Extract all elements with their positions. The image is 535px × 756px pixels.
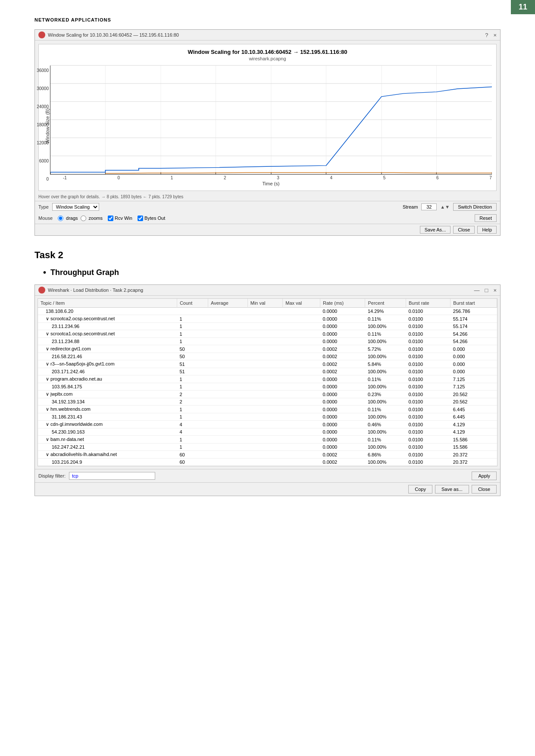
maximize-btn[interactable]: □	[485, 287, 488, 294]
cell-rate: 0.0000	[320, 323, 365, 330]
type-select[interactable]: Window Scaling	[52, 203, 99, 211]
table-row[interactable]: ∨ cdn-gl.imrworldwide.com40.00000.46%0.0…	[38, 421, 497, 428]
cell-average	[208, 444, 248, 451]
col-minval: Min val	[247, 299, 283, 308]
cell-burst-rate: 0.0100	[406, 398, 450, 406]
table-row[interactable]: 103.216.204.9600.0002100.00%0.010020.372	[38, 459, 497, 466]
apply-button[interactable]: Apply	[472, 472, 497, 480]
stream-input[interactable]	[421, 203, 437, 210]
minimize-btn[interactable]: —	[474, 287, 480, 294]
table-row[interactable]: ∨ scrootca1.ocsp.secomtrust.net10.00000.…	[38, 330, 497, 338]
cell-rate: 0.0000	[320, 330, 365, 338]
cell-percent: 100.00%	[365, 413, 406, 421]
cell-burst-rate: 0.0100	[406, 383, 450, 390]
cell-average	[208, 353, 248, 360]
cell-average	[208, 390, 248, 398]
close-button[interactable]: Close	[453, 226, 475, 234]
zooms-radio[interactable]	[81, 216, 86, 221]
cell-count: 1	[177, 323, 208, 330]
cell-burst-start: 0.000	[451, 368, 497, 375]
cell-average	[208, 315, 248, 323]
cell-percent: 14.29%	[365, 308, 406, 315]
col-average: Average	[208, 299, 248, 308]
rcv-win-checkbox[interactable]	[108, 216, 113, 221]
window-scaling-dialog: Window Scaling for 10.10.30.146:60452 — …	[34, 29, 501, 236]
cell-average	[208, 451, 248, 459]
switch-direction-button[interactable]: Switch Direction	[453, 203, 497, 211]
task2-heading: Task 2	[34, 250, 501, 261]
cell-topic: ∨ scrootca1.ocsp.secomtrust.net	[38, 330, 177, 338]
close-load-dist-btn[interactable]: ×	[493, 287, 497, 294]
cell-minval	[247, 390, 283, 398]
bytes-out-checkbox[interactable]	[138, 216, 143, 221]
cell-minval	[247, 308, 283, 315]
load-dist-footer: Copy Save as... Close	[35, 482, 500, 496]
cell-burst-start: 15.586	[451, 444, 497, 451]
cell-maxval	[283, 360, 320, 368]
table-row[interactable]: 34.192.139.13420.0000100.00%0.010020.562	[38, 398, 497, 406]
cell-maxval	[283, 330, 320, 338]
cell-minval	[247, 383, 283, 390]
help-button[interactable]: Help	[477, 226, 497, 234]
table-row[interactable]: 23.11.234.8810.0000100.00%0.010054.266	[38, 338, 497, 345]
cell-minval	[247, 330, 283, 338]
cell-topic: 23.11.234.96	[38, 323, 177, 330]
table-row[interactable]: ∨ hm.webtrends.com10.00000.11%0.01006.44…	[38, 406, 497, 413]
load-dist-dialog: Wireshark · Load Distribution · Task 2.p…	[34, 284, 501, 496]
reset-button[interactable]: Reset	[475, 214, 497, 222]
load-dist-titlebar-left: Wireshark · Load Distribution · Task 2.p…	[38, 287, 143, 294]
cell-average	[208, 398, 248, 406]
table-row[interactable]: ∨ r3---sn-5aap5ojx-jj0s.gvt1.com510.0002…	[38, 360, 497, 368]
copy-button[interactable]: Copy	[408, 485, 432, 494]
load-dist-titlebar: Wireshark · Load Distribution · Task 2.p…	[35, 285, 500, 296]
table-row[interactable]: ∨ scrootca2.ocsp.secomtrust.net10.00000.…	[38, 315, 497, 323]
y-label-18000: 18000	[37, 122, 49, 127]
load-dist-table-container[interactable]: Topic / Item Count Average Min val Max v…	[38, 298, 497, 466]
y-label-6000: 6000	[39, 159, 49, 163]
filter-row: Display filter: Apply	[35, 469, 500, 482]
table-row[interactable]: 138.108.6.200.000014.29%0.0100256.786	[38, 308, 497, 315]
cell-count: 1	[177, 383, 208, 390]
drags-radio[interactable]	[58, 216, 63, 221]
cell-percent: 100.00%	[365, 338, 406, 345]
help-question-btn[interactable]: ?	[485, 32, 488, 38]
cell-rate: 0.0000	[320, 428, 365, 436]
cell-burst-start: 20.372	[451, 451, 497, 459]
table-row[interactable]: ∨ jwpltx.com20.00000.23%0.010020.562	[38, 390, 497, 398]
cell-topic: 54.230.190.163	[38, 428, 177, 436]
chart-subtitle: wireshark.pcapng	[43, 56, 492, 61]
close-button2[interactable]: Close	[472, 485, 497, 494]
table-row[interactable]: ∨ redirector.gvt1.com500.00025.72%0.0100…	[38, 345, 497, 353]
table-row[interactable]: ∨ abcradiolivehls-lh.akamaihd.net600.000…	[38, 451, 497, 459]
cell-average	[208, 413, 248, 421]
cell-burst-rate: 0.0100	[406, 330, 450, 338]
cell-minval	[247, 338, 283, 345]
table-row[interactable]: 103.95.84.17510.0000100.00%0.01007.125	[38, 383, 497, 390]
chart-inner[interactable]: 36000 30000 24000 18000 12000	[50, 66, 492, 175]
save-as-button2[interactable]: Save as...	[435, 485, 469, 494]
table-row[interactable]: 216.58.221.46500.0002100.00%0.01000.000	[38, 353, 497, 360]
table-row[interactable]: 162.247.242.2110.0000100.00%0.010015.586	[38, 444, 497, 451]
filter-label: Display filter:	[38, 473, 66, 478]
cell-percent: 100.00%	[365, 398, 406, 406]
x-label-2: 2	[224, 175, 226, 180]
cell-topic: 216.58.221.46	[38, 353, 177, 360]
cell-count: 1	[177, 338, 208, 345]
save-as-button[interactable]: Save As...	[420, 226, 451, 234]
cell-count: 1	[177, 315, 208, 323]
table-row[interactable]: 54.230.190.16340.0000100.00%0.01004.129	[38, 428, 497, 436]
cell-count	[177, 308, 208, 315]
table-row[interactable]: 31.186.231.4310.0000100.00%0.01006.445	[38, 413, 497, 421]
cell-maxval	[283, 353, 320, 360]
table-row[interactable]: ∨ bam.nr-data.net10.00000.11%0.010015.58…	[38, 436, 497, 444]
cell-burst-start: 20.562	[451, 390, 497, 398]
table-row[interactable]: 203.171.242.46510.0002100.00%0.01000.000	[38, 368, 497, 375]
drags-label: drags	[66, 216, 78, 221]
close-dialog-btn[interactable]: ×	[493, 32, 497, 38]
filter-input[interactable]	[69, 472, 155, 480]
table-body: 138.108.6.200.000014.29%0.0100256.786∨ s…	[38, 308, 497, 466]
table-row[interactable]: 23.11.234.9610.0000100.00%0.010055.174	[38, 323, 497, 330]
y-label-12000: 12000	[37, 141, 49, 145]
table-row[interactable]: ∨ program.abcradio.net.au10.00000.11%0.0…	[38, 375, 497, 383]
type-label: Type	[38, 204, 49, 209]
